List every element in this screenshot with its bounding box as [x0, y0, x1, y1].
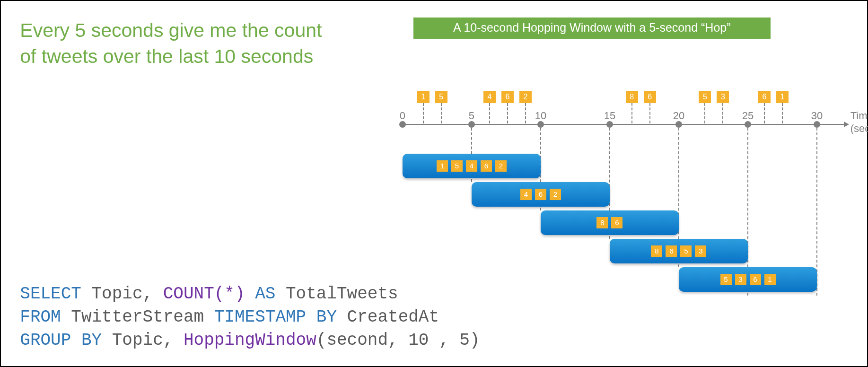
window-event: 6 — [666, 245, 677, 257]
event-box: 3 — [717, 91, 729, 103]
window-box: 462 — [472, 182, 610, 207]
event-dash — [649, 103, 650, 123]
event-box: 2 — [519, 91, 532, 103]
window-event: 3 — [695, 245, 706, 257]
sql-keyword: FROM — [20, 307, 61, 327]
sql-func: HoppingWindow — [184, 331, 316, 350]
window-event: 2 — [495, 160, 507, 172]
event-dash — [722, 103, 723, 123]
sql-text: TwitterStream — [61, 307, 214, 327]
tick-dot — [537, 121, 544, 128]
window-event: 4 — [466, 160, 477, 172]
tick-dot — [675, 121, 682, 128]
window-event: 3 — [735, 274, 746, 285]
window-event: 8 — [651, 245, 662, 257]
tick-label: 20 — [673, 110, 684, 122]
window-event: 1 — [764, 274, 776, 285]
sql-keyword: GROUP BY — [20, 331, 102, 350]
sql-keyword: AS — [245, 284, 276, 304]
sql-text: Topic, — [102, 331, 184, 350]
description-text: Every 5 seconds give me the count of twe… — [20, 17, 326, 70]
page: Every 5 seconds give me the count of twe… — [0, 0, 868, 367]
event-box: 4 — [483, 91, 496, 103]
event-dash — [507, 103, 508, 123]
window-box: 8653 — [610, 239, 748, 263]
event-box: 1 — [776, 91, 789, 103]
window-event: 6 — [481, 160, 492, 172]
tick-dot — [606, 121, 613, 128]
event-box: 6 — [758, 91, 771, 103]
sql-keyword: TIMESTAMP BY — [214, 307, 337, 327]
event-box: 6 — [644, 91, 656, 103]
event-dash — [782, 103, 783, 123]
event-box: 5 — [435, 91, 447, 103]
event-dash — [441, 103, 442, 123]
tick-label: 5 — [469, 110, 474, 122]
window-box: 86 — [541, 210, 679, 235]
sql-text: Topic, — [81, 284, 163, 304]
tick-dot — [745, 121, 751, 128]
event-box: 1 — [417, 91, 430, 103]
sql-keyword: SELECT — [20, 284, 81, 304]
event-dash — [423, 103, 424, 123]
event-box: 8 — [626, 91, 638, 103]
window-event: 4 — [520, 189, 532, 200]
diagram-root: Every 5 seconds give me the count of twe… — [20, 17, 848, 350]
event-dash — [489, 103, 490, 123]
axis-label-line2: (secs) — [850, 122, 868, 134]
window-box: 15462 — [403, 154, 541, 178]
event-box: 5 — [699, 91, 711, 103]
sql-text: CreatedAt — [337, 307, 439, 327]
chart-area: Time (secs) 051015202530 15462865361 154… — [403, 79, 848, 287]
tick-label: 10 — [535, 110, 546, 122]
window-event: 8 — [596, 217, 608, 228]
tick-label: 0 — [400, 110, 405, 122]
window-event: 5 — [451, 160, 463, 172]
window-box: 5361 — [679, 267, 817, 292]
window-event: 5 — [720, 274, 732, 285]
tick-label: 25 — [742, 110, 754, 122]
sql-text: TotalTweets — [275, 284, 398, 304]
tick-label: 15 — [604, 110, 615, 122]
sql-code: SELECT Topic, COUNT(*) AS TotalTweets FR… — [20, 283, 480, 352]
window-event: 6 — [535, 189, 546, 200]
event-dash — [764, 103, 765, 123]
tick-label: 30 — [811, 110, 823, 122]
tick-dot — [468, 121, 475, 128]
banner-title: A 10-second Hopping Window with a 5-seco… — [413, 17, 771, 39]
sql-text: (second, 10 , 5) — [316, 331, 480, 350]
window-event: 6 — [611, 217, 623, 228]
tick-dot — [814, 121, 820, 128]
axis-label: Time (secs) — [850, 109, 868, 135]
window-event: 2 — [550, 189, 561, 200]
window-event: 1 — [437, 160, 448, 172]
tick-dot — [399, 121, 406, 128]
sql-func: COUNT(*) — [163, 284, 245, 304]
event-box: 6 — [501, 91, 514, 103]
event-dash — [525, 103, 526, 123]
event-dash — [704, 103, 705, 123]
window-event: 6 — [750, 274, 761, 285]
axis-label-line1: Time — [850, 110, 868, 122]
event-dash — [631, 103, 632, 123]
window-event: 5 — [680, 245, 692, 257]
